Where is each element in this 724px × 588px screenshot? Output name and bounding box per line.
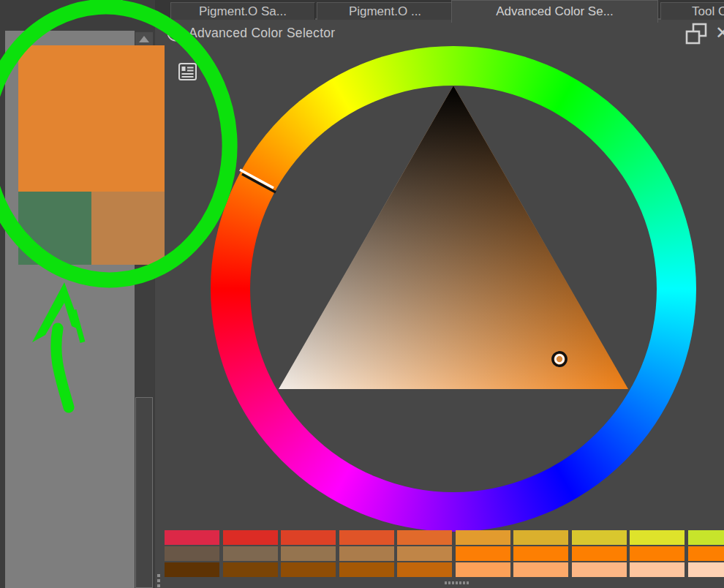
shade-swatch[interactable] (630, 562, 685, 577)
shade-swatch[interactable] (165, 530, 219, 545)
shade-swatch[interactable] (165, 562, 219, 577)
shade-swatch[interactable] (397, 546, 452, 561)
up-arrow-icon (139, 36, 149, 42)
shade-swatch[interactable] (281, 530, 336, 545)
compare-color-swatch-green[interactable] (18, 192, 91, 265)
shade-swatch[interactable] (281, 546, 336, 561)
shade-swatch[interactable] (572, 530, 627, 545)
shade-swatch[interactable] (397, 530, 452, 545)
close-icon[interactable]: ✕ (110, 0, 127, 15)
hsv-triangle-layer (211, 46, 696, 532)
shade-swatch[interactable] (688, 546, 724, 561)
shade-swatch[interactable] (397, 562, 452, 577)
shade-swatch[interactable] (456, 530, 510, 545)
shade-swatch[interactable] (223, 546, 278, 561)
vertical-scrollbar-thumb[interactable] (135, 397, 153, 588)
tab-pigment-o-sa[interactable]: Pigment.O Sa... (170, 2, 315, 20)
tab-label: Tool O... (692, 4, 724, 19)
hsv-triangle-shading (279, 86, 628, 389)
tab-label: Pigment.O ... (349, 4, 421, 19)
close-docker-icon[interactable]: ✕ (715, 23, 724, 43)
shade-swatch[interactable] (165, 546, 219, 561)
shade-swatch[interactable] (688, 562, 724, 577)
float-docker-icon[interactable] (683, 21, 709, 48)
shade-selector-grid (165, 529, 724, 580)
shade-swatch[interactable] (572, 562, 627, 577)
splitter-grip-horizontal[interactable] (445, 581, 469, 584)
docker-lock-icon[interactable] (167, 23, 184, 42)
krita-docker-area: ✕ Pigment.O Sa... Pigment.O ... Advanced… (0, 0, 724, 588)
tab-pigment-o[interactable]: Pigment.O ... (317, 2, 453, 20)
compare-color-swatch-tan[interactable] (91, 192, 165, 265)
shade-swatch[interactable] (630, 530, 685, 545)
shade-swatch[interactable] (339, 562, 394, 577)
advanced-color-selector-docker: Pigment.O Sa... Pigment.O ... Advanced C… (155, 0, 724, 588)
shade-swatch[interactable] (456, 546, 510, 561)
splitter-grip-vertical[interactable] (157, 574, 161, 587)
scrollbar-up-button[interactable] (135, 32, 153, 45)
shade-swatch[interactable] (513, 546, 568, 561)
shade-swatch[interactable] (513, 530, 568, 545)
tab-label: Pigment.O Sa... (199, 4, 287, 19)
tab-advanced-color-selector[interactable]: Advanced Color Se... (451, 0, 658, 23)
shade-swatch[interactable] (456, 562, 510, 577)
shade-swatch[interactable] (513, 562, 568, 577)
shade-swatch[interactable] (223, 562, 278, 577)
shade-swatch[interactable] (339, 546, 394, 561)
shade-swatch[interactable] (223, 530, 278, 545)
shade-swatch[interactable] (630, 546, 685, 561)
shade-swatch[interactable] (688, 530, 724, 545)
docker-title: Advanced Color Selector (189, 26, 335, 41)
hue-indicator[interactable] (240, 170, 276, 192)
selector-settings-icon[interactable] (178, 61, 198, 82)
tab-tool-options[interactable]: Tool O... (660, 2, 724, 20)
shade-swatch[interactable] (281, 562, 336, 577)
tab-label: Advanced Color Se... (496, 4, 614, 19)
current-color-swatch[interactable] (18, 45, 165, 192)
shade-swatch[interactable] (339, 530, 394, 545)
shade-swatch[interactable] (572, 546, 627, 561)
